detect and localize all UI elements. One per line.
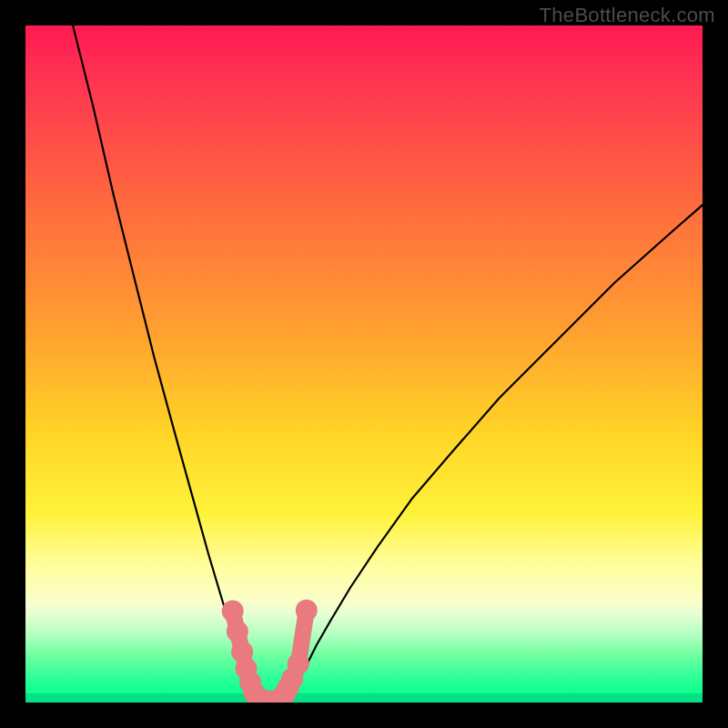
plot-area (25, 25, 703, 703)
svg-point-13 (288, 653, 309, 675)
curve-layer (25, 25, 703, 703)
curve-right-path (288, 205, 703, 701)
svg-point-14 (296, 600, 318, 622)
svg-point-0 (222, 601, 244, 622)
curve-left-path (73, 25, 251, 702)
valley-highlight (222, 600, 318, 703)
watermark-text: TheBottleneck.com (540, 4, 715, 27)
figure-frame: TheBottleneck.com (0, 0, 728, 728)
svg-point-1 (227, 621, 248, 642)
